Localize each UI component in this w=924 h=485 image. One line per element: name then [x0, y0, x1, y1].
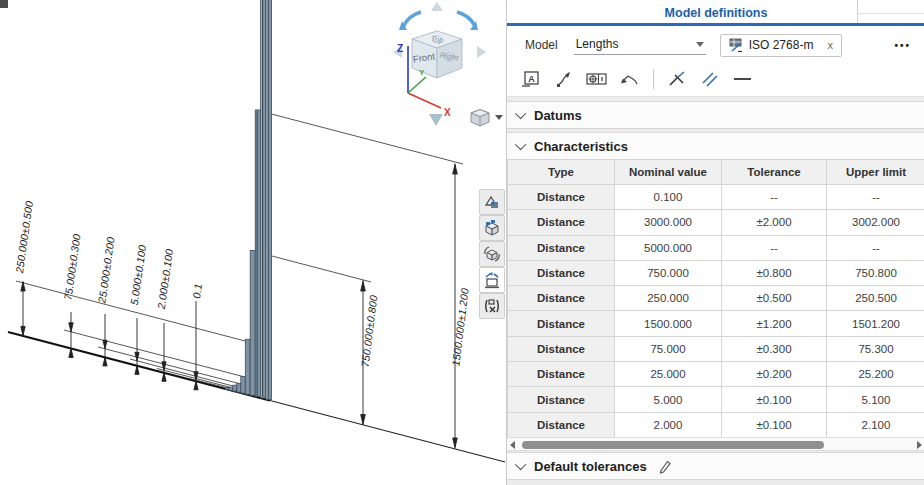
characteristics-table: TypeNominal valueToleranceUpper limit Di… [507, 159, 924, 438]
view-orientation-button[interactable] [471, 110, 503, 127]
value-cell: 250.000 [615, 286, 722, 311]
intersection-line-tool-button[interactable] [665, 67, 689, 91]
axis-z-label: Z [397, 43, 403, 54]
chevron-down-icon [696, 42, 704, 47]
axis-y-label: Y [419, 68, 425, 77]
panel-tab-bar: Model definitions [507, 0, 924, 26]
datums-section-label: Datums [534, 108, 582, 123]
rotate-arrow-icons[interactable] [399, 12, 478, 30]
type-cell: Distance [508, 235, 615, 260]
value-cell: 25.200 [827, 362, 924, 387]
value-cell: 3000.000 [615, 210, 722, 235]
value-cell: 25.000 [615, 362, 722, 387]
value-cell: ±0.100 [722, 412, 827, 437]
type-cell: Distance [508, 412, 615, 437]
value-cell: ±2.000 [722, 210, 827, 235]
model-viewport[interactable]: 250.000±0.50075.000±0.30025.000±0.2005.0… [0, 0, 506, 485]
table-header-cell: Upper limit [827, 160, 924, 185]
toolbar-divider [653, 69, 654, 89]
scroll-right-arrow[interactable] [917, 441, 922, 449]
table-row[interactable]: Distance3000.000±2.0003002.000 [508, 210, 924, 235]
section-default-tolerances[interactable]: Default tolerances [507, 452, 924, 480]
dimension-lines[interactable] [21, 164, 458, 449]
value-cell: 1500.000 [615, 311, 722, 336]
surface-leader-tool-button[interactable] [618, 67, 642, 91]
view-cube[interactable]: Top Front Right Z X Y [385, 0, 505, 132]
display-mode-cube-icon [483, 219, 501, 237]
value-cell: 750.800 [827, 260, 924, 285]
table-header-cell: Nominal value [615, 160, 722, 185]
view-orientation-caret-icon [495, 115, 503, 120]
table-row[interactable]: Distance5.000±0.1005.100 [508, 387, 924, 412]
type-cell: Distance [508, 311, 615, 336]
intersection-line-tool-icon [667, 69, 687, 89]
chevron-down-icon [515, 139, 526, 150]
more-options-button[interactable]: ••• [894, 40, 911, 51]
appearance-button[interactable] [479, 189, 505, 215]
chevron-down-icon [515, 459, 526, 470]
value-cell: 750.000 [615, 260, 722, 285]
value-cell: ±0.300 [722, 336, 827, 361]
model-label: Model [525, 38, 558, 52]
standard-table-icon [729, 38, 744, 53]
table-row[interactable]: Distance0.100---- [508, 185, 924, 210]
measure-annotation-button[interactable] [479, 293, 505, 319]
model-definitions-panel: Model definitions Model Lengths ISO 2768… [506, 0, 924, 485]
model-bars[interactable] [226, 0, 272, 400]
section-characteristics[interactable]: Characteristics [507, 132, 924, 160]
dimension-label[interactable]: 0.1 [190, 283, 204, 300]
value-cell: 3002.000 [827, 210, 924, 235]
centerline-tool-icon [732, 69, 754, 89]
value-cell: 2.000 [615, 412, 722, 437]
exploded-view-button[interactable] [479, 267, 505, 293]
chip-close-button[interactable]: x [827, 39, 833, 51]
section-datums[interactable]: Datums [507, 101, 924, 129]
table-row[interactable]: Distance75.000±0.30075.300 [508, 336, 924, 361]
edit-pencil-icon[interactable] [657, 458, 673, 474]
value-cell: -- [722, 185, 827, 210]
table-row[interactable]: Distance5000.000---- [508, 235, 924, 260]
note-tool-button[interactable]: A [519, 67, 543, 91]
characteristics-section-label: Characteristics [534, 139, 628, 154]
panel-body: Datums Characteristics TypeNominal value… [507, 97, 924, 485]
value-cell: -- [827, 185, 924, 210]
centerline-tool-button[interactable] [731, 67, 755, 91]
baseline-extension [270, 401, 505, 463]
table-row[interactable]: Distance750.000±0.800750.800 [508, 260, 924, 285]
rotate-model-icon [483, 245, 501, 263]
type-cell: Distance [508, 260, 615, 285]
table-row[interactable]: Distance1500.000±1.2001501.200 [508, 311, 924, 336]
value-cell: 75.300 [827, 336, 924, 361]
scroll-left-arrow[interactable] [510, 441, 515, 449]
value-cell: 1501.200 [827, 311, 924, 336]
tolerance-standard-chip[interactable]: ISO 2768-m x [720, 34, 842, 57]
control-frame-tool-button[interactable] [585, 67, 609, 91]
horizontal-scrollbar[interactable] [507, 437, 924, 451]
display-mode-button[interactable] [479, 215, 505, 241]
type-cell: Distance [508, 387, 615, 412]
value-cell: ±0.500 [722, 286, 827, 311]
chevron-down-icon [515, 108, 526, 119]
leader-tool-icon [554, 69, 574, 89]
reference-lines [16, 110, 463, 388]
table-row[interactable]: Distance2.000±0.1002.100 [508, 412, 924, 437]
value-cell: ±0.200 [722, 362, 827, 387]
parallel-lines-tool-button[interactable] [698, 67, 722, 91]
rotate-model-button[interactable] [479, 241, 505, 267]
value-cell: 5.000 [615, 387, 722, 412]
model-dropdown-value: Lengths [576, 37, 619, 51]
value-cell: 0.100 [615, 185, 722, 210]
scrollbar-thumb[interactable] [522, 441, 824, 449]
tab-divider [857, 0, 858, 23]
measure-annotation-icon [483, 297, 501, 315]
value-cell: ±1.200 [722, 311, 827, 336]
type-cell: Distance [508, 185, 615, 210]
table-row[interactable]: Distance25.000±0.20025.200 [508, 362, 924, 387]
table-row[interactable]: Distance250.000±0.500250.500 [508, 286, 924, 311]
model-dropdown[interactable]: Lengths [574, 35, 706, 55]
annotation-toolbar: A [507, 61, 924, 97]
control-frame-tool-icon [586, 69, 608, 89]
value-cell: ±0.100 [722, 387, 827, 412]
value-cell: -- [722, 235, 827, 260]
leader-tool-button[interactable] [552, 67, 576, 91]
